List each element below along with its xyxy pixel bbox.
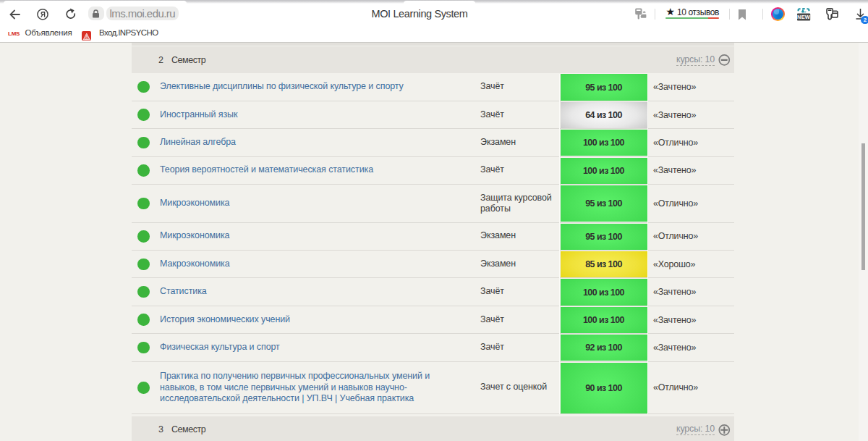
svg-text:NEW: NEW [797, 14, 811, 20]
